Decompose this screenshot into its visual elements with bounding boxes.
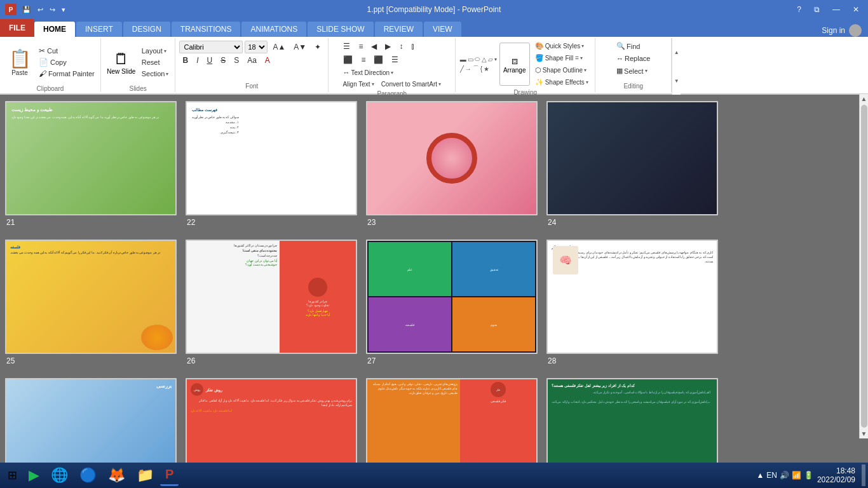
align-right-button[interactable]: ⬛ (370, 54, 386, 65)
case-button[interactable]: Aa (244, 55, 260, 66)
slide-thumb-21[interactable]: طبیعت و محیط زیست در هر موضوعی به طور خا… (5, 101, 177, 215)
new-slide-button[interactable]: 🗒 New Slide (105, 41, 138, 84)
line-spacing-button[interactable]: ↕ (396, 41, 406, 52)
convert-smartart-button[interactable]: Convert to SmartArt ▾ (379, 79, 444, 89)
shadow-button[interactable]: S (231, 55, 242, 66)
restore-button[interactable]: ⧉ (810, 4, 824, 15)
rect-shape[interactable]: ▬ (460, 56, 466, 63)
reset-button[interactable]: Reset (139, 57, 172, 67)
slide-item-26[interactable]: چرا در کشورهاتفاوت وجود دارد؟ چهار فصل د… (186, 240, 357, 365)
customize-qs-button[interactable]: ▾ (60, 4, 67, 15)
chrome-button[interactable]: 🔵 (74, 464, 102, 486)
slide-item-24[interactable]: 24 (546, 101, 718, 227)
slide-item-32[interactable]: کدام یک از افراد زیر بیشتر اهل تفکر فلسف… (546, 378, 718, 464)
brace-shape[interactable]: { (480, 65, 482, 72)
media-player-button[interactable]: ▶ (24, 464, 44, 486)
shape-effects-button[interactable]: ✨ Shape Effects ▾ (532, 77, 591, 88)
slide-thumb-24[interactable] (546, 101, 718, 215)
font-color-button[interactable]: A (262, 55, 273, 66)
align-text-button[interactable]: Align Text ▾ (340, 79, 376, 89)
show-desktop-button[interactable] (862, 464, 865, 486)
slide-item-25[interactable]: فلسفه در هر موضوعی به طور خاص درباره آن … (5, 240, 177, 365)
slide-thumb-32[interactable]: کدام یک از افراد زیر بیشتر اهل تفکر فلسف… (546, 378, 718, 464)
decrease-font-button[interactable]: A▼ (290, 41, 309, 53)
layout-button[interactable]: Layout ▾ (139, 46, 172, 56)
ribbon-scroll-up[interactable]: ▲ (674, 50, 679, 55)
underline-button[interactable]: U (203, 55, 215, 66)
close-button[interactable]: ✕ (849, 4, 863, 15)
save-qs-button[interactable]: 💾 (20, 4, 33, 15)
triangle-shape[interactable]: △ (482, 56, 487, 63)
help-button[interactable]: ? (793, 4, 805, 15)
slide-item-22[interactable]: فهرست مطالب سوالی که به طور خاص در نظر آ… (186, 101, 357, 227)
line-shape[interactable]: ╱ (460, 65, 464, 72)
replace-button[interactable]: ↔ Replace (614, 53, 653, 64)
italic-button[interactable]: I (193, 55, 201, 66)
slide-thumb-26[interactable]: چرا در کشورهاتفاوت وجود دارد؟ چهار فصل د… (186, 240, 357, 354)
format-painter-button[interactable]: 🖌 Format Painter (37, 68, 97, 79)
tab-view[interactable]: VIEW (424, 22, 461, 37)
explorer-button[interactable]: 📁 (132, 464, 159, 486)
slide-thumb-25[interactable]: فلسفه در هر موضوعی به طور خاص درباره آن … (5, 240, 177, 354)
slide-item-27[interactable]: علم تحقیق فلسفه نجوم 27 (366, 240, 538, 365)
columns-button[interactable]: ⫿ (408, 41, 418, 52)
bullets-button[interactable]: ☰ (340, 41, 353, 52)
slide-thumb-23[interactable] (366, 101, 538, 215)
bold-button[interactable]: B (179, 55, 191, 66)
redo-qs-button[interactable]: ↪ (48, 4, 57, 15)
tab-home[interactable]: HOME (34, 22, 75, 37)
find-button[interactable]: 🔍 Find (614, 41, 642, 51)
slide-panel-scrollbar[interactable]: ▲ ▼ (859, 94, 868, 438)
scroll-up-button[interactable]: ▲ (860, 94, 868, 104)
oval-shape[interactable]: ⬭ (475, 55, 480, 63)
arrow-shape[interactable]: → (465, 65, 471, 72)
align-left-button[interactable]: ⬛ (340, 54, 356, 65)
slide-thumb-30[interactable]: روش تفکر روش برای روشن‌شدن بهتر روش تفکر… (186, 378, 357, 464)
star-shape[interactable]: ★ (484, 65, 489, 72)
start-button[interactable]: ⊞ (3, 464, 22, 486)
signin-text[interactable]: Sign in (822, 26, 845, 35)
slide-thumb-29[interactable]: بررسی 👥 تحقیق و بررسی درباره مسائل فلسفی… (5, 378, 177, 464)
strikethrough-button[interactable]: S (217, 55, 229, 66)
cut-button[interactable]: ✂ Cut (37, 45, 97, 57)
slide-thumb-28[interactable]: فلسفه و تفکر کاری که به هنگام مواجهه با … (546, 240, 718, 354)
slide-item-23[interactable]: 23 (366, 101, 538, 227)
tab-file[interactable]: FILE (0, 19, 34, 37)
curve-shape[interactable]: ⌒ (473, 64, 479, 73)
scroll-thumb[interactable] (861, 105, 867, 428)
increase-indent-button[interactable]: ▶ (382, 41, 394, 52)
expand-tray-button[interactable]: ▲ (756, 471, 764, 480)
text-direction-button[interactable]: ↔ Text Direction ▾ (340, 67, 396, 78)
taskbar-clock[interactable]: 18:48 2022/02/09 (817, 466, 855, 484)
slide-item-30[interactable]: روش تفکر روش برای روشن‌شدن بهتر روش تفکر… (186, 378, 357, 464)
slide-thumb-22[interactable]: فهرست مطالب سوالی که به طور خاص در نظر آ… (186, 101, 357, 215)
rounded-rect-shape[interactable]: ▭ (468, 56, 473, 63)
font-size-select[interactable]: 18 (245, 41, 268, 53)
volume-icon[interactable]: 🔊 (780, 471, 789, 480)
slide-item-31[interactable]: فکر فکر فلسفی پژوهش‌های تجربی، تاریخی، ن… (366, 378, 538, 464)
slide-thumb-27[interactable]: علم تحقیق فلسفه نجوم (366, 240, 538, 354)
clear-format-button[interactable]: ✦ (311, 41, 324, 53)
section-button[interactable]: Section ▾ (139, 69, 172, 79)
quick-styles-button[interactable]: 🎨 Quick Styles ▾ (532, 41, 591, 51)
align-center-button[interactable]: ≡ (358, 54, 369, 65)
tab-transitions[interactable]: TRANSITIONS (172, 22, 241, 37)
arrange-button[interactable]: ⧈ Arrange (499, 43, 530, 86)
paste-button[interactable]: 📋 Paste (4, 41, 36, 84)
tab-design[interactable]: DESIGN (123, 22, 170, 37)
copy-button[interactable]: 📄 Copy (37, 57, 97, 68)
tab-animations[interactable]: ANIMATIONS (241, 22, 306, 37)
tab-review[interactable]: REVIEW (375, 22, 423, 37)
minimize-button[interactable]: — (829, 4, 844, 15)
justify-button[interactable]: ☰ (388, 54, 402, 65)
network-icon[interactable]: 📶 (792, 471, 801, 480)
font-name-select[interactable]: Calibri (179, 41, 243, 53)
tab-insert[interactable]: INSERT (76, 22, 122, 37)
slide-panel[interactable]: طبیعت و محیط زیست در هر موضوعی به طور خا… (0, 95, 868, 464)
undo-qs-button[interactable]: ↩ (36, 4, 45, 15)
shape-fill-button[interactable]: 🪣 Shape Fill = ▾ (532, 53, 591, 64)
firefox-button[interactable]: 🦊 (103, 464, 130, 486)
slide-item-29[interactable]: بررسی 👥 تحقیق و بررسی درباره مسائل فلسفی… (5, 378, 177, 464)
more-shapes[interactable]: ▾ (494, 57, 497, 62)
decrease-indent-button[interactable]: ◀ (368, 41, 380, 52)
